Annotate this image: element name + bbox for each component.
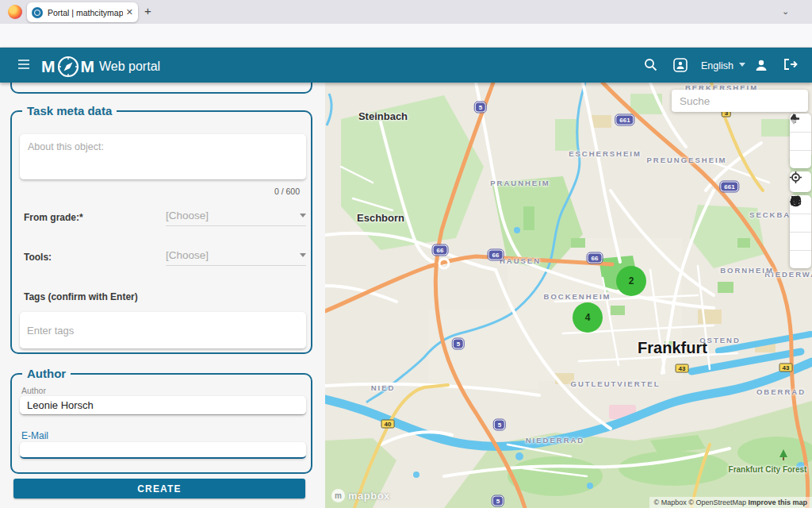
shield-b40: 40 <box>381 420 395 429</box>
firefox-icon[interactable] <box>8 5 22 19</box>
shield-a66: 66 <box>488 250 504 260</box>
map-label-bornheim: BORNHEIM <box>720 266 774 275</box>
attribution-osm-link[interactable]: © OpenStreetMap <box>688 498 746 506</box>
task-cluster-marker[interactable]: 4 <box>573 302 603 333</box>
map-label-praunheim: PRAUNHEIM <box>490 179 550 187</box>
author-card <box>20 396 306 415</box>
logo-letter-left: M <box>41 57 56 76</box>
geolocate-control-group <box>790 171 811 192</box>
app-navbar: M M Web portal English <box>0 48 812 83</box>
task-meta-data-legend: Task meta data <box>22 104 117 117</box>
tab-title: Portal | mathcitymap.eu <box>48 8 123 17</box>
browser-tab[interactable]: Portal | mathcitymap.eu ✕ <box>27 2 138 22</box>
tab-list-chevron-icon[interactable]: ⌄ <box>782 6 789 17</box>
chevron-down-icon <box>300 214 306 217</box>
author-fieldset: Author Author E-Mail <box>10 373 312 474</box>
map-label-frankfurt: Frankfurt <box>638 339 707 357</box>
shield-a5: 5 <box>475 102 486 113</box>
author-input[interactable] <box>20 396 306 414</box>
map-label-eschersheim: ESCHERSHEIM <box>569 149 642 158</box>
zoom-control-group <box>790 114 811 168</box>
map-label-steinbach: Steinbach <box>358 110 408 122</box>
tools-label: Tools: <box>24 252 52 263</box>
map-attribution: © Mapbox © OpenStreetMap Improve this ma… <box>649 497 812 508</box>
buildings-button[interactable] <box>790 214 811 232</box>
map-label-ostend: OSTEND <box>699 336 741 344</box>
layer-control-group <box>790 195 811 268</box>
tools-select[interactable]: [Choose] <box>166 245 306 266</box>
shield-a5: 5 <box>494 420 505 430</box>
task-meta-data-fieldset: Task meta data 0 / 600 From grade:* [Cho… <box>10 110 312 354</box>
browser-tab-strip: Portal | mathcitymap.eu ✕ + ⌄ <box>0 0 812 24</box>
browser-toolbar: ← → ⟳ https://mathcitymap.eu/en/portal-e… <box>0 24 812 48</box>
shield-a5: 5 <box>453 339 464 349</box>
previous-fieldset-partial <box>10 83 312 94</box>
tags-card <box>20 312 306 349</box>
about-object-card <box>20 134 306 180</box>
layers-button[interactable] <box>790 232 811 250</box>
mapbox-logo[interactable]: m mapbox <box>331 489 390 502</box>
support-icon[interactable] <box>673 58 688 75</box>
map-label-nied: NIED <box>371 383 396 392</box>
shield-b43: 43 <box>779 364 793 372</box>
char-counter: 0 / 600 <box>274 187 300 196</box>
search-icon[interactable] <box>644 58 657 75</box>
logo-letter-right: M <box>81 57 95 76</box>
map-label-preungesheim: PREUNGESHEIM <box>646 156 726 164</box>
task-form-panel: Task meta data 0 / 600 From grade:* [Cho… <box>0 83 326 508</box>
map-search-box <box>672 90 808 112</box>
email-field-label: E-Mail <box>21 430 48 441</box>
shield-a661: 661 <box>615 115 634 125</box>
task-cluster-marker[interactable]: 2 <box>616 266 646 296</box>
share-link-button[interactable] <box>790 250 811 268</box>
from-grade-label: From grade:* <box>24 212 83 223</box>
map-label-eschborn: Eschborn <box>357 212 404 224</box>
zoom-out-button[interactable] <box>790 132 811 150</box>
create-button[interactable]: CREATE <box>13 479 305 498</box>
about-object-textarea[interactable] <box>20 134 306 179</box>
tags-label: Tags (confirm with Enter) <box>24 291 138 302</box>
compass-pitch-button[interactable] <box>790 150 811 168</box>
map-label-frankfurt-city-forest: Frankfurt City Forest <box>729 465 807 474</box>
improve-map-link[interactable]: Improve this map <box>748 498 807 506</box>
map-label-oberrad: OBERRAD <box>756 387 806 396</box>
map-label-niederrad: NIEDERRAD <box>526 436 584 444</box>
map-search-input[interactable] <box>672 90 808 112</box>
portal-title: Web portal <box>99 60 160 74</box>
compass-icon <box>56 55 80 79</box>
map-label-gutleutviertel: GUTLEUTVIERTEL <box>571 379 661 388</box>
geolocate-button[interactable] <box>790 171 811 192</box>
author-legend: Author <box>22 367 71 380</box>
shield-a661: 661 <box>720 182 738 192</box>
site-favicon <box>32 7 43 18</box>
map-container[interactable]: Steinbach Eschborn Frankfurt ESCHERSHEIM… <box>325 83 812 508</box>
email-input[interactable] <box>20 442 306 457</box>
language-caret-icon[interactable] <box>739 63 745 67</box>
sidebar-menu-icon[interactable] <box>17 59 30 73</box>
logout-icon[interactable] <box>783 58 798 74</box>
tags-input[interactable] <box>20 312 306 348</box>
tab-close-icon[interactable]: ✕ <box>126 7 133 17</box>
account-icon[interactable] <box>754 58 768 75</box>
from-grade-select[interactable]: [Choose] <box>166 206 306 226</box>
shield-a66: 66 <box>588 253 603 264</box>
shield-b43: 43 <box>676 364 689 373</box>
language-selector[interactable]: English <box>701 60 733 71</box>
attribution-mapbox-link[interactable]: © Mapbox <box>654 498 687 506</box>
shield-a66: 66 <box>433 245 448 256</box>
shield-a5: 5 <box>492 496 504 506</box>
map-label-bockenheim: BOCKENHEIM <box>544 292 611 301</box>
email-card <box>20 442 306 459</box>
map-label-hausen: HAUSEN <box>500 256 541 265</box>
mcm-logo[interactable]: M M Web portal <box>41 55 160 79</box>
author-field-label: Author <box>21 386 46 395</box>
chevron-down-icon <box>300 253 306 257</box>
new-tab-button[interactable]: + <box>144 4 151 17</box>
